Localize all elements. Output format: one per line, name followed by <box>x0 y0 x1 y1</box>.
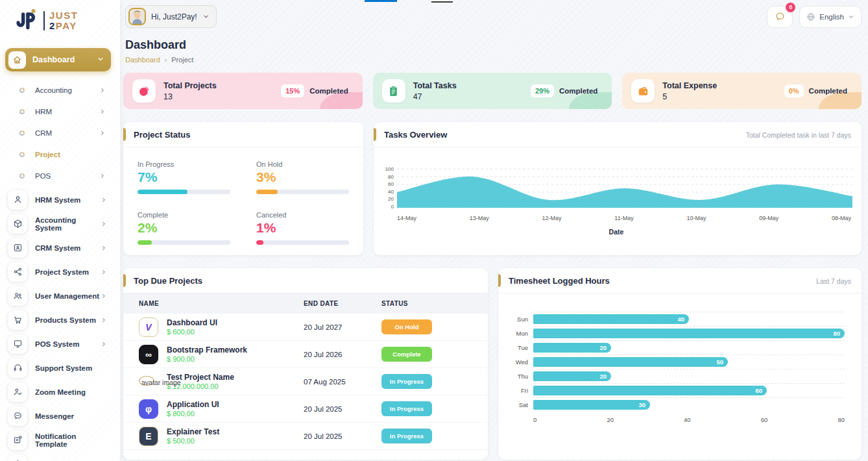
notification-doc-icon <box>8 430 27 450</box>
chevron-right-icon <box>99 106 106 118</box>
users-icon <box>8 286 27 306</box>
sidebar-item-project-system[interactable]: Project System <box>0 260 120 284</box>
notifications-button[interactable]: 0 <box>767 6 793 28</box>
bar: 80 <box>533 329 845 338</box>
broken-avatar-image: avatar image <box>139 372 158 392</box>
card-title: Top Due Projects <box>134 276 202 286</box>
expense-wallet-icon <box>631 79 655 103</box>
stat-card-total-projects: Total Projects 13 15% Completed <box>123 73 363 109</box>
bullet-icon <box>19 109 25 114</box>
dashboard-submenu: Accounting HRM CRM Project POS <box>0 74 120 188</box>
status-item-on-hold: On Hold 3% <box>256 160 349 194</box>
stat-value: 47 <box>413 92 457 101</box>
table-row[interactable]: φ Application UI $ 800,00 20 Jul 2025 In… <box>123 395 488 423</box>
sidebar-item-crm-system[interactable]: CRM System <box>0 236 120 260</box>
sidebar-item-products-system[interactable]: Products System <box>0 308 120 332</box>
sidebar-item-zoom-meeting[interactable]: Zoom Meeting <box>0 380 120 404</box>
bar: 30 <box>533 400 650 410</box>
language-selector[interactable]: English <box>799 6 862 28</box>
sidebar: JUST 2PAY Dashboard Accounting HRM CRM P… <box>0 0 120 461</box>
top-due-projects-card: Top Due Projects NAME END DATE STATUS V … <box>123 268 488 460</box>
stat-percent-badge: 0% <box>784 84 804 97</box>
sidebar-item-label: Dashboard <box>32 55 90 64</box>
status-badge: In Progress <box>381 401 432 416</box>
stat-title: Total Tasks <box>413 81 457 90</box>
breadcrumb-home-link[interactable]: Dashboard <box>125 56 160 64</box>
table-row[interactable]: ∞ Bootstrap Framework $ 900,00 20 Jul 20… <box>123 341 488 368</box>
logo-divider <box>43 11 45 31</box>
chevron-right-icon <box>101 314 107 326</box>
status-badge: Complete <box>381 347 432 362</box>
chevron-right-icon <box>101 266 107 278</box>
x-axis-labels: 020 4060 80 <box>533 416 845 423</box>
sidebar-item-project[interactable]: Project <box>0 143 120 165</box>
main-content: Hi, Just2Pay! 0 English Dashboard Dashbo… <box>120 0 868 461</box>
globe-icon <box>806 12 815 21</box>
app-logo[interactable]: JUST 2PAY <box>0 0 120 40</box>
progress-bar <box>256 240 349 245</box>
status-badge: In Progress <box>381 429 432 443</box>
sidebar-item-crm[interactable]: CRM <box>0 122 120 143</box>
table-row[interactable]: E Explainer Test $ 500,00 20 Jul 2025 In… <box>123 423 488 450</box>
bullet-icon <box>19 152 25 157</box>
card-title: Tasks Overview <box>384 130 447 140</box>
chevron-right-icon <box>101 458 107 461</box>
bar: 20 <box>533 343 611 353</box>
chevron-right-icon <box>101 290 107 302</box>
stat-title: Total Expense <box>662 81 717 90</box>
sidebar-item-messenger[interactable]: Messenger <box>0 404 120 428</box>
chevron-down-icon <box>848 11 854 23</box>
stat-title: Total Projects <box>163 81 217 90</box>
notification-badge: 0 <box>786 3 795 12</box>
sidebar-item-accounting-system[interactable]: Accounting System <box>0 212 120 236</box>
bar: 60 <box>533 386 767 395</box>
sidebar-item-pos-system[interactable]: POS System <box>0 332 120 356</box>
sidebar-item-pos[interactable]: POS <box>0 165 120 186</box>
stat-percent-badge: 15% <box>281 84 304 97</box>
stat-card-total-tasks: Total Tasks 47 29% Completed <box>373 73 612 109</box>
sidebar-item-settings[interactable]: Settings <box>0 452 120 461</box>
topbar: Hi, Just2Pay! 0 English <box>123 0 862 28</box>
language-label: English <box>819 13 844 21</box>
video-user-icon <box>8 382 27 402</box>
stat-value: 5 <box>662 92 717 101</box>
breadcrumb: Dashboard › Project <box>125 56 862 64</box>
breadcrumb-separator: › <box>165 56 167 64</box>
chevron-right-icon <box>99 84 106 96</box>
card-subtitle: Last 7 days <box>816 277 851 285</box>
share-nodes-icon <box>8 262 27 282</box>
stat-card-total-expense: Total Expense 5 0% Completed <box>622 73 862 109</box>
y-axis-labels: 10080 6040 200 <box>380 167 397 210</box>
gear-icon <box>8 455 27 461</box>
stat-cards-row: Total Projects 13 15% Completed Total Ta… <box>123 73 862 109</box>
crm-card-icon <box>8 238 27 258</box>
system-menu: HRM System Accounting System CRM System … <box>0 188 120 461</box>
project-logo-icon: V <box>139 318 158 337</box>
sidebar-item-hrm[interactable]: HRM <box>0 101 120 122</box>
table-row[interactable]: avatar image Test Project Name $ 12.000.… <box>123 368 488 395</box>
page-title: Dashboard <box>125 38 862 52</box>
cube-icon <box>8 214 27 234</box>
bullet-icon <box>19 173 25 179</box>
sidebar-item-user-management[interactable]: User Management <box>0 284 120 308</box>
breadcrumb-current: Project <box>171 56 193 64</box>
status-item-complete: Complete 2% <box>138 211 230 245</box>
stat-completed-label: Completed <box>559 87 603 95</box>
stat-completed-label: Completed <box>809 87 852 95</box>
tasks-overview-card: Tasks Overview Total Completed task in l… <box>374 122 862 255</box>
chat-bubble-icon <box>8 406 27 426</box>
table-row[interactable]: V Dashboard UI $ 600,00 20 Jul 2027 On H… <box>123 314 488 341</box>
user-menu-button[interactable]: Hi, Just2Pay! <box>125 5 217 28</box>
chevron-down-icon <box>97 54 104 66</box>
status-badge: On Hold <box>381 319 432 334</box>
sidebar-item-dashboard[interactable]: Dashboard <box>5 48 111 71</box>
chevron-right-icon <box>99 127 106 139</box>
sidebar-item-hrm-system[interactable]: HRM System <box>0 188 120 212</box>
sidebar-item-support-system[interactable]: Support System <box>0 356 120 380</box>
chevron-right-icon <box>101 338 107 350</box>
chevron-right-icon <box>101 242 107 254</box>
sidebar-item-accounting[interactable]: Accounting <box>0 79 120 101</box>
sidebar-item-notification-template[interactable]: Notification Template <box>0 428 120 452</box>
user-greeting: Hi, Just2Pay! <box>151 12 197 21</box>
progress-bar <box>256 190 349 194</box>
